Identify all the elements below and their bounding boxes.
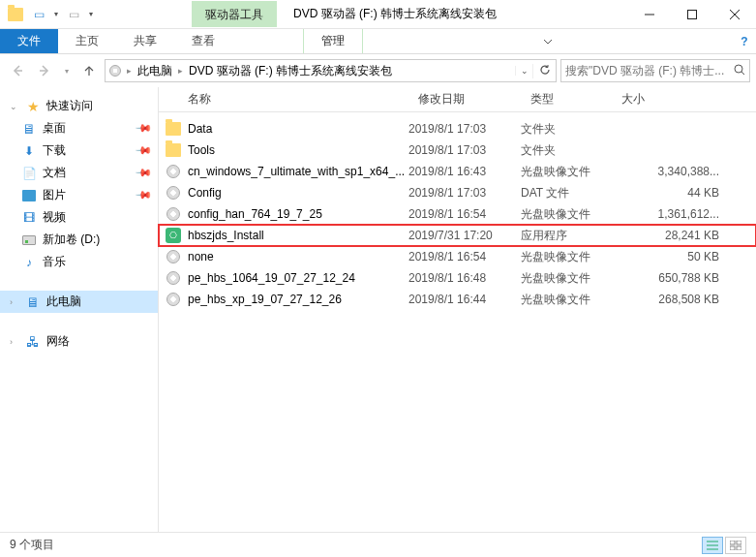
- tab-view[interactable]: 查看: [174, 29, 232, 53]
- sidebar-pictures[interactable]: 图片 📌: [0, 184, 158, 206]
- disc-icon: [166, 271, 180, 285]
- minimize-button[interactable]: [628, 0, 671, 29]
- sidebar-desktop[interactable]: 🖥 桌面 📌: [0, 117, 158, 139]
- help-button[interactable]: ?: [733, 29, 756, 53]
- pin-icon: 📌: [134, 186, 152, 204]
- file-name: pe_hbs_1064_19_07_27_12_24: [188, 271, 408, 285]
- tab-file[interactable]: 文件: [0, 29, 58, 53]
- music-icon: ♪: [21, 255, 37, 270]
- file-row[interactable]: cn_windows_7_ultimate_with_sp1_x64_...20…: [159, 161, 756, 182]
- sidebar-downloads[interactable]: ⬇ 下载 📌: [0, 139, 158, 162]
- disc-icon: [166, 207, 180, 221]
- sidebar-thispc[interactable]: › 🖥 此电脑: [0, 291, 158, 313]
- file-name: none: [188, 250, 408, 263]
- refresh-button[interactable]: [532, 64, 556, 78]
- file-name: hbszjds_Install: [188, 229, 408, 242]
- close-button[interactable]: [713, 0, 756, 29]
- history-dropdown[interactable]: ▾: [60, 67, 74, 76]
- file-row[interactable]: config_han_764_19_7_252019/8/1 16:54光盘映像…: [159, 203, 756, 225]
- video-icon: 🎞: [21, 210, 37, 226]
- file-row[interactable]: none2019/8/1 16:54光盘映像文件50 KB: [159, 246, 756, 267]
- forward-button[interactable]: [33, 59, 56, 82]
- file-row[interactable]: Data2019/8/1 17:03文件夹: [159, 118, 756, 139]
- new-folder-icon[interactable]: ▭: [64, 5, 83, 24]
- file-size: 268,508 KB: [612, 293, 756, 306]
- chevron-right-icon[interactable]: ▸: [176, 66, 185, 76]
- file-name: config_han_764_19_7_25: [188, 207, 408, 221]
- file-size: 3,340,388...: [612, 165, 756, 178]
- column-headers: 名称 修改日期 类型 大小: [159, 87, 756, 112]
- tab-share[interactable]: 共享: [116, 29, 174, 53]
- tab-home[interactable]: 主页: [58, 29, 116, 53]
- arrow-right-icon: [37, 63, 52, 78]
- star-icon: ★: [25, 99, 41, 114]
- view-buttons: [702, 537, 746, 554]
- chevron-right-icon[interactable]: ▸: [125, 66, 134, 76]
- address-dropdown[interactable]: ⌄: [515, 66, 532, 76]
- file-row[interactable]: pe_hbs_xp_19_07_27_12_262019/8/1 16:44光盘…: [159, 289, 756, 310]
- status-bar: 9 个项目: [0, 532, 756, 557]
- arrow-left-icon: [10, 63, 25, 78]
- sidebar-documents[interactable]: 📄 文档 📌: [0, 162, 158, 184]
- chevron-down-icon[interactable]: ⌄: [10, 102, 19, 111]
- address-bar[interactable]: ▸ 此电脑 ▸ DVD 驱动器 (F:) 韩博士系统离线安装包 ⌄: [105, 59, 557, 82]
- disc-icon: [166, 165, 180, 178]
- disc-icon: [166, 293, 180, 306]
- sidebar-label: 快速访问: [46, 98, 93, 114]
- sidebar-network[interactable]: › 🖧 网络: [0, 330, 158, 353]
- window-controls: [628, 0, 756, 29]
- details-view-button[interactable]: [702, 537, 723, 554]
- document-icon: 📄: [21, 166, 37, 181]
- maximize-button[interactable]: [671, 0, 713, 29]
- column-date[interactable]: 修改日期: [408, 91, 521, 108]
- file-row[interactable]: ⎔hbszjds_Install2019/7/31 17:20应用程序28,24…: [159, 225, 756, 246]
- ribbon-expand-button[interactable]: [533, 29, 562, 53]
- sidebar-music[interactable]: ♪ 音乐: [0, 251, 158, 273]
- computer-icon: 🖥: [25, 294, 41, 310]
- chevron-right-icon[interactable]: ›: [10, 337, 19, 347]
- thumbnails-view-button[interactable]: [725, 537, 746, 554]
- pin-icon: 📌: [134, 164, 152, 182]
- quick-access-toolbar: ▭ ▾ ▭ ▾: [0, 5, 95, 24]
- drive-icon: [21, 232, 37, 248]
- column-type[interactable]: 类型: [521, 91, 612, 108]
- qat-dropdown-2[interactable]: ▾: [87, 5, 95, 24]
- file-type: 光盘映像文件: [521, 270, 612, 287]
- search-input[interactable]: 搜索"DVD 驱动器 (F:) 韩博士...: [560, 59, 750, 82]
- column-name[interactable]: 名称: [159, 91, 408, 108]
- sidebar-label: 下载: [43, 142, 66, 159]
- properties-icon[interactable]: ▭: [29, 5, 48, 24]
- svg-rect-13: [737, 541, 741, 544]
- contextual-tab-drivetools: 驱动器工具: [192, 1, 277, 27]
- sidebar-volume-d[interactable]: 新加卷 (D:): [0, 229, 158, 251]
- qat-dropdown-1[interactable]: ▾: [52, 5, 60, 24]
- tab-manage[interactable]: 管理: [303, 29, 363, 53]
- sidebar-quick-access[interactable]: ⌄ ★ 快速访问: [0, 95, 158, 117]
- sidebar-label: 视频: [43, 209, 66, 226]
- contextual-tab-group: 驱动器工具: [192, 1, 277, 27]
- download-icon: ⬇: [21, 143, 37, 159]
- back-button[interactable]: [6, 59, 29, 82]
- file-row[interactable]: pe_hbs_1064_19_07_27_12_242019/8/1 16:48…: [159, 267, 756, 289]
- arrow-up-icon: [82, 64, 96, 77]
- crumb-thispc[interactable]: 此电脑: [134, 63, 176, 79]
- crumb-drive[interactable]: DVD 驱动器 (F:) 韩博士系统离线安装包: [185, 63, 396, 79]
- column-size[interactable]: 大小: [612, 91, 756, 108]
- file-type: 光盘映像文件: [521, 292, 612, 308]
- sidebar-videos[interactable]: 🎞 视频: [0, 206, 158, 229]
- sidebar-label: 桌面: [43, 120, 66, 137]
- file-row[interactable]: Config2019/8/1 17:03DAT 文件44 KB: [159, 182, 756, 203]
- file-name: Tools: [188, 143, 408, 157]
- up-button[interactable]: [77, 59, 101, 82]
- search-icon: [734, 64, 745, 78]
- file-type: DAT 文件: [521, 185, 612, 201]
- file-size: 28,241 KB: [612, 229, 756, 242]
- file-type: 文件夹: [521, 121, 612, 138]
- desktop-icon: 🖥: [21, 121, 37, 137]
- disc-icon: [166, 250, 180, 263]
- titlebar: ▭ ▾ ▭ ▾ 驱动器工具 DVD 驱动器 (F:) 韩博士系统离线安装包: [0, 0, 756, 29]
- svg-rect-15: [737, 546, 741, 550]
- chevron-right-icon[interactable]: ›: [10, 297, 19, 307]
- disc-icon: [166, 186, 180, 200]
- file-row[interactable]: Tools2019/8/1 17:03文件夹: [159, 139, 756, 161]
